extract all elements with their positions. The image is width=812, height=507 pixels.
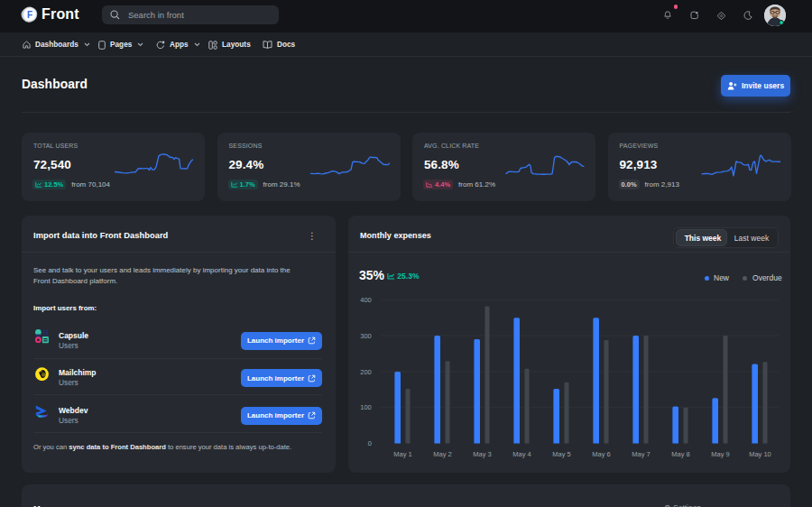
svg-text:May 1: May 1 [393,450,411,458]
svg-text:May 7: May 7 [632,450,650,458]
svg-text:May 4: May 4 [512,450,531,458]
svg-text:May 9: May 9 [711,450,729,458]
svg-text:May 10: May 10 [749,450,771,458]
svg-text:300: 300 [360,331,372,339]
svg-text:200: 200 [360,367,372,375]
svg-text:May 6: May 6 [592,450,610,458]
svg-text:May 2: May 2 [433,450,451,458]
svg-text:100: 100 [360,403,372,411]
svg-text:0: 0 [368,439,372,447]
svg-text:400: 400 [360,295,372,303]
svg-text:May 3: May 3 [473,450,491,458]
svg-text:May 8: May 8 [671,450,689,458]
svg-text:F: F [27,10,32,20]
svg-text:May 5: May 5 [552,450,570,458]
